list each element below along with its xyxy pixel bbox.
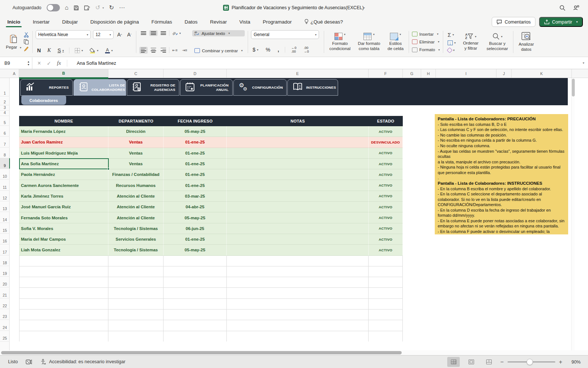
empty-row[interactable] bbox=[19, 288, 403, 298]
table-row-8[interactable]: José Manuel García RuizAtención al Clien… bbox=[19, 202, 403, 212]
cell-date[interactable]: 01-ene-25 bbox=[164, 159, 227, 169]
ribbon-tab-datos[interactable]: Datos bbox=[184, 19, 197, 25]
ribbon-tab--qu-deseas-[interactable]: ¿Qué deseas? bbox=[304, 19, 343, 25]
horizontal-scrollbar-thumb[interactable] bbox=[1, 351, 402, 354]
grow-font-button[interactable]: A^ bbox=[116, 31, 123, 38]
insert-function-icon[interactable]: fx bbox=[57, 60, 61, 66]
empty-cell[interactable] bbox=[369, 277, 403, 288]
borders-button[interactable]: ▾ bbox=[73, 47, 85, 54]
ribbon-tab-f-rmulas[interactable]: Fórmulas bbox=[151, 19, 172, 25]
empty-cell[interactable] bbox=[369, 331, 403, 342]
cell-date[interactable]: 05-may-25 bbox=[164, 212, 227, 223]
column-header-I[interactable]: I bbox=[436, 69, 496, 78]
cell-status[interactable]: ACTIVO bbox=[369, 169, 403, 180]
cell-styles-button[interactable]: ▾ Estilosde celda bbox=[386, 32, 406, 52]
cell-name[interactable]: Ana Sofía Martínez bbox=[19, 159, 108, 169]
cell-name[interactable]: Sofia V. Morales bbox=[19, 223, 108, 234]
comments-button[interactable]: Comentarios bbox=[492, 17, 535, 27]
empty-row[interactable] bbox=[19, 331, 403, 342]
save-icon[interactable] bbox=[74, 5, 79, 11]
empty-cell[interactable] bbox=[164, 256, 227, 266]
empty-cell[interactable] bbox=[108, 299, 164, 309]
vertical-scrollbar[interactable] bbox=[571, 78, 575, 350]
presence-people-icon[interactable] bbox=[573, 5, 580, 11]
zoom-slider-track[interactable] bbox=[508, 361, 555, 363]
table-row-6[interactable]: Carmen Aurora SanclementeRecursos Humano… bbox=[19, 180, 403, 191]
copy-icon[interactable] bbox=[24, 39, 29, 45]
row-header-18[interactable]: 18 bbox=[0, 255, 10, 266]
table-row-5[interactable]: Paola HernándezFinanzas / Contabilidad01… bbox=[19, 169, 403, 180]
row-header-21[interactable]: 21 bbox=[0, 288, 10, 298]
empty-cell[interactable] bbox=[19, 266, 108, 277]
align-right-button[interactable] bbox=[159, 47, 168, 54]
sheet-nav-tab-instrucciones[interactable]: INSTRUCCIONES bbox=[287, 79, 338, 96]
confirm-entry-icon[interactable]: ✓ bbox=[47, 60, 51, 66]
sheet-nav-tab-planificaci-n-anual[interactable]: PLANIFICACIÓN ANUAL bbox=[180, 79, 233, 96]
title-caret-icon[interactable]: ▾ bbox=[363, 6, 365, 10]
cell-date[interactable]: 01-ene-25 bbox=[164, 137, 227, 148]
empty-row[interactable] bbox=[19, 320, 403, 331]
cell-department[interactable]: Atención al Cliente bbox=[108, 191, 164, 202]
empty-cell[interactable] bbox=[227, 256, 369, 266]
ribbon-tab-vista[interactable]: Vista bbox=[239, 19, 250, 25]
column-header-E[interactable]: E bbox=[227, 69, 369, 78]
row-header-23[interactable]: 23 bbox=[0, 309, 10, 320]
cell-name[interactable]: Paola Hernández bbox=[19, 169, 108, 180]
comma-style-button[interactable]: , bbox=[276, 46, 281, 53]
clear-button[interactable]: ▾ bbox=[446, 48, 457, 53]
sub-tab-colaboradores[interactable]: Colaboradores bbox=[21, 96, 66, 105]
row-header-22[interactable]: 22 bbox=[0, 298, 10, 309]
cell-status[interactable]: ACTIVO bbox=[369, 126, 403, 137]
row-header-19[interactable]: 19 bbox=[0, 266, 10, 277]
cell-department[interactable]: Ventas bbox=[108, 137, 164, 148]
empty-cell[interactable] bbox=[164, 299, 227, 309]
font-size-select[interactable]: 12▾ bbox=[93, 30, 114, 39]
cancel-entry-icon[interactable]: × bbox=[37, 60, 41, 67]
empty-cell[interactable] bbox=[164, 288, 227, 298]
analyze-data-button[interactable]: Analizardatos bbox=[516, 31, 536, 52]
zoom-in-button[interactable]: + bbox=[559, 359, 562, 365]
cell-department[interactable]: Dirección bbox=[108, 126, 164, 137]
cell-notes[interactable] bbox=[227, 180, 369, 191]
cell-name[interactable]: Maria del Mar Campos bbox=[19, 234, 108, 245]
align-left-button[interactable] bbox=[139, 47, 148, 54]
row-header-2[interactable]: 2 bbox=[0, 96, 10, 105]
macro-record-icon[interactable] bbox=[26, 359, 32, 365]
cell-notes[interactable] bbox=[227, 148, 369, 159]
cell-status[interactable]: ACTIVO bbox=[369, 245, 403, 255]
empty-cell[interactable] bbox=[369, 256, 403, 266]
row-header-17[interactable]: 17 bbox=[0, 244, 10, 255]
empty-row[interactable] bbox=[19, 256, 403, 266]
cell-status[interactable]: ACTIVO bbox=[369, 234, 403, 245]
row-header-14[interactable]: 14 bbox=[0, 212, 10, 223]
empty-cell[interactable] bbox=[164, 309, 227, 320]
empty-cell[interactable] bbox=[19, 320, 108, 331]
empty-cell[interactable] bbox=[164, 266, 227, 277]
font-name-select[interactable]: Helvetica Neue▾ bbox=[36, 30, 91, 39]
empty-cell[interactable] bbox=[164, 331, 227, 342]
shrink-font-button[interactable]: Aˇ bbox=[126, 31, 133, 38]
ribbon-tab-revisar[interactable]: Revisar bbox=[210, 19, 227, 25]
sheet-nav-tab-configuraci-n[interactable]: ⚙⚙CONFIGURACIÓN bbox=[233, 79, 287, 96]
increase-indent-button[interactable]: ⇥≡ bbox=[180, 48, 189, 53]
empty-row[interactable] bbox=[19, 266, 403, 277]
row-header-9[interactable]: 9 bbox=[0, 158, 10, 169]
ribbon-tab-disposici-n-de-p-gina[interactable]: Disposición de página bbox=[90, 19, 139, 25]
horizontal-scrollbar[interactable] bbox=[0, 350, 588, 355]
zoom-out-button[interactable]: − bbox=[500, 359, 503, 365]
empty-cell[interactable] bbox=[369, 299, 403, 309]
cell-name[interactable]: Fernanda Soto Morales bbox=[19, 212, 108, 223]
cut-icon[interactable] bbox=[24, 32, 29, 38]
cell-notes[interactable] bbox=[227, 202, 369, 212]
fill-button[interactable]: ↓▾ bbox=[446, 40, 457, 46]
home-icon[interactable]: ⌂ bbox=[65, 5, 69, 11]
italic-button[interactable]: K bbox=[46, 47, 52, 54]
cell-status[interactable]: ACTIVO bbox=[369, 191, 403, 202]
cell-department[interactable]: Ventas bbox=[108, 148, 164, 159]
column-header-G[interactable]: G bbox=[403, 69, 421, 78]
row-header-13[interactable]: 13 bbox=[0, 201, 10, 212]
insert-cells-button[interactable]: Insertar▾ bbox=[412, 32, 440, 36]
table-row-12[interactable]: Liah Mota GonzalezTecnología / Sistemas0… bbox=[19, 245, 403, 255]
table-row-7[interactable]: Karla Jiménez TorresAtención al Cliente0… bbox=[19, 191, 403, 202]
cell-notes[interactable] bbox=[227, 126, 369, 137]
